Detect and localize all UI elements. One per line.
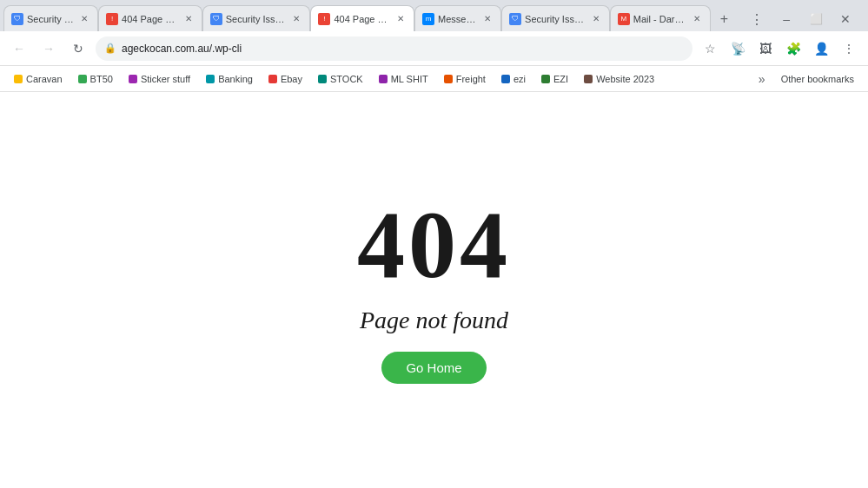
bookmark-other[interactable]: Other bookmarks [774,69,861,89]
bookmark-banking[interactable]: Banking [199,69,260,89]
bookmark-ml-shit[interactable]: ML SHIT [372,69,435,89]
tab-close-2[interactable]: ✕ [182,13,195,25]
tab-title-3: Security Issues n... [226,14,288,24]
bookmark-icon-caravan [14,75,23,83]
tab-404-2-active[interactable]: ! 404 Page not fo... ✕ [310,5,414,31]
tab-security-issues-2[interactable]: 🛡 Security Issues n... ✕ [202,5,311,31]
bookmark-website-2023[interactable]: Website 2023 [577,69,661,89]
bookmark-label-website: Website 2023 [596,74,654,84]
address-text: ageckocan.com.au/.wp-cli [122,43,684,55]
bookmark-ezi-upper[interactable]: EZI [534,69,575,89]
bookmark-icon-ebay [268,75,277,83]
tab-favicon-1: 🛡 [11,13,23,25]
bookmark-bt50[interactable]: BT50 [71,69,120,89]
new-tab-button[interactable]: + [714,7,734,31]
chrome-menu-button[interactable]: ⋮ [745,7,769,31]
nav-action-buttons: ☆ 📡 🖼 🧩 👤 ⋮ [698,36,861,61]
bookmark-label-caravan: Caravan [26,74,63,84]
bookmark-label-ezi-lower: ezi [514,74,526,84]
tab-favicon-5: m [422,13,434,25]
lock-icon: 🔒 [104,43,116,54]
tab-favicon-4: ! [318,13,330,25]
new-tab-icon: + [720,11,728,27]
bookmark-icon-ezi-upper [541,75,550,83]
page-content-area: 404 Page not found Go Home [0,92,868,488]
tab-title-6: Security Issues n... [525,14,586,24]
bookmark-icon-website [584,75,593,83]
bookmark-label-ebay: Ebay [281,74,302,84]
error-code: 404 [357,197,511,293]
tab-title-5: Messenger [438,14,478,24]
tab-close-5[interactable]: ✕ [481,13,494,25]
bookmark-button[interactable]: ☆ [698,36,722,61]
bookmarks-overflow-button[interactable]: » [752,69,772,89]
bookmark-label-other: Other bookmarks [781,74,854,84]
bookmark-icon-banking [206,75,215,83]
bookmark-label-ml: ML SHIT [391,74,428,84]
bookmark-sticker-stuff[interactable]: Sticker stuff [122,69,197,89]
close-button[interactable]: ✕ [833,7,858,31]
window-controls: ⋮ – ⬜ ✕ [738,7,865,31]
bookmark-ebay[interactable]: Ebay [262,69,309,89]
bookmark-ezi-lower[interactable]: ezi [494,69,533,89]
tab-title-2: 404 Page not fo... [122,14,179,24]
tab-close-1[interactable]: ✕ [78,13,90,25]
profile-button[interactable]: 👤 [809,36,833,61]
tab-favicon-3: 🛡 [210,13,222,25]
bookmark-icon-ezi-lower [501,75,510,83]
tab-close-6[interactable]: ✕ [590,13,602,25]
bookmark-label-ezi-upper: EZI [553,74,568,84]
overflow-chevron-icon: » [759,72,765,86]
extensions-button[interactable]: 🧩 [781,36,805,61]
tab-favicon-7: M [618,13,630,25]
tab-security-issues-3[interactable]: 🛡 Security Issues n... ✕ [501,5,610,31]
tab-bar: 🛡 Security issues ✕ ! 404 Page not fo...… [0,0,868,31]
tab-favicon-6: 🛡 [509,13,521,25]
error-message: Page not found [360,307,508,334]
tab-close-7[interactable]: ✕ [691,13,703,25]
back-button[interactable]: ← [7,36,31,61]
bookmark-icon-freight [444,75,453,83]
bookmark-label-stock: STOCK [330,74,363,84]
forward-button[interactable]: → [36,36,61,61]
bookmark-icon-ml [379,75,388,83]
tab-title-7: Mail - Darren A... [633,14,687,24]
tab-close-3[interactable]: ✕ [290,13,302,25]
bookmarks-bar: Caravan BT50 Sticker stuff Banking Ebay … [0,66,868,92]
tab-close-4[interactable]: ✕ [394,13,407,25]
tab-404-1[interactable]: ! 404 Page not fo... ✕ [98,5,202,31]
bookmark-stock[interactable]: STOCK [311,69,370,89]
tab-messenger[interactable]: m Messenger ✕ [414,5,501,31]
more-menu-button[interactable]: ⋮ [837,36,861,61]
bookmark-icon-stock [318,75,327,83]
navigation-bar: ← → ↻ 🔒 ageckocan.com.au/.wp-cli ☆ 📡 🖼 🧩… [0,31,868,66]
tab-mail[interactable]: M Mail - Darren A... ✕ [610,5,711,31]
bookmark-icon-bt50 [78,75,87,83]
screenshot-button[interactable]: 🖼 [753,36,778,61]
tab-title-1: Security issues [27,14,75,24]
address-bar[interactable]: 🔒 ageckocan.com.au/.wp-cli [96,36,692,61]
minimize-button[interactable]: – [774,7,798,31]
bookmark-caravan[interactable]: Caravan [7,69,70,89]
bookmark-freight[interactable]: Freight [437,69,493,89]
bookmark-label-sticker: Sticker stuff [141,74,190,84]
tab-favicon-2: ! [106,13,118,25]
bookmark-label-bt50: BT50 [90,74,113,84]
tab-security-issues-1[interactable]: 🛡 Security issues ✕ [3,5,98,31]
bookmark-icon-sticker [129,75,137,83]
reload-button[interactable]: ↻ [66,36,90,61]
cast-button[interactable]: 📡 [726,36,750,61]
tab-title-4: 404 Page not fo... [334,14,391,24]
bookmark-label-freight: Freight [456,74,486,84]
maximize-button[interactable]: ⬜ [804,7,828,31]
browser-frame: 🛡 Security issues ✕ ! 404 Page not fo...… [0,0,868,488]
bookmark-label-banking: Banking [218,74,253,84]
go-home-button[interactable]: Go Home [381,352,486,384]
